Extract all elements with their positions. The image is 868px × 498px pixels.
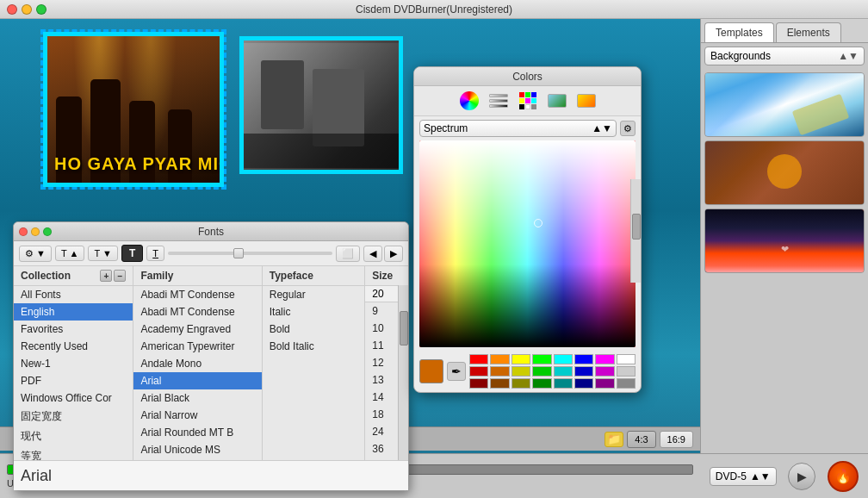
font-collection-fixed[interactable]: 固定宽度 <box>14 407 133 426</box>
colors-swatch-row: ✒ <box>419 354 636 389</box>
maximize-button[interactable] <box>36 4 46 15</box>
hex-swatch-cell[interactable] <box>469 366 488 377</box>
font-abadi1[interactable]: Abadi MT Condense <box>133 286 261 303</box>
fonts-transform-btn[interactable]: ⬜ <box>336 246 360 262</box>
fonts-slider-thumb[interactable] <box>233 248 244 258</box>
font-american[interactable]: American Typewriter <box>133 338 261 355</box>
font-collection-favorites[interactable]: Favorites <box>14 321 133 338</box>
fonts-max-button[interactable] <box>43 227 52 236</box>
aspect-4-3-btn[interactable]: 4:3 <box>627 431 655 448</box>
font-collection-all-fonts[interactable]: All Fonts <box>14 286 133 303</box>
fonts-style-btn[interactable]: T ▼ <box>88 246 117 261</box>
color-palette-icon[interactable] <box>518 91 537 110</box>
dropdown-arrow-icon: ▲▼ <box>838 50 859 62</box>
hex-swatch-cell[interactable] <box>469 378 488 389</box>
play-button[interactable]: ▶ <box>788 463 815 490</box>
font-arial-black[interactable]: Arial Black <box>133 389 261 407</box>
fonts-nav-prev[interactable]: ◀ <box>363 246 382 262</box>
fonts-underline-btn[interactable]: T <box>146 246 164 261</box>
spectrum-gear-btn[interactable]: ⚙ <box>620 121 636 136</box>
tab-templates[interactable]: Templates <box>704 22 774 42</box>
aspect-16-9-btn[interactable]: 16:9 <box>660 431 693 448</box>
hex-swatch-cell[interactable] <box>554 366 573 377</box>
font-collection-pdf[interactable]: PDF <box>14 372 133 389</box>
font-andale[interactable]: Andale Mono <box>133 355 261 372</box>
hex-swatch-cell[interactable] <box>574 366 593 377</box>
stamp-2[interactable] <box>239 36 403 174</box>
minimize-button[interactable] <box>22 4 32 15</box>
burn-button[interactable]: 🔥 <box>828 461 859 492</box>
hex-swatch-cell[interactable] <box>574 354 593 364</box>
hex-swatch-cell[interactable] <box>512 366 530 377</box>
font-collection-modern[interactable]: 现代 <box>14 426 133 446</box>
font-arial-unicode[interactable]: Arial Unicode MS <box>133 441 261 458</box>
hex-swatch-cell[interactable] <box>532 366 551 377</box>
typeface-bold[interactable]: Bold <box>263 321 364 338</box>
spectrum-select[interactable]: Spectrum ▲▼ <box>419 120 617 137</box>
dvd-dropdown[interactable]: DVD-5 ▲▼ <box>710 467 777 486</box>
colors-scroll-thumb[interactable] <box>632 214 641 240</box>
hex-swatch-cell[interactable] <box>574 378 593 389</box>
bg-thumb-2[interactable] <box>704 140 865 205</box>
font-collection-new1[interactable]: New-1 <box>14 355 133 372</box>
hex-swatch-cell[interactable] <box>595 366 614 377</box>
current-color-swatch[interactable] <box>419 359 443 383</box>
bg-thumb-3[interactable]: ❤ <box>704 209 865 273</box>
hex-swatch-cell[interactable] <box>595 354 614 364</box>
fonts-action-btn[interactable]: ⚙ ▼ <box>19 246 52 262</box>
font-arial-rounded[interactable]: Arial Rounded MT B <box>133 424 261 441</box>
font-collection-equal[interactable]: 等宽 <box>14 446 133 460</box>
fonts-min-button[interactable] <box>31 227 40 236</box>
collection-remove-btn[interactable]: − <box>114 270 126 282</box>
size-scrollbar[interactable] <box>398 285 408 460</box>
hex-swatch-cell[interactable] <box>512 354 530 364</box>
hex-swatch-cell[interactable] <box>469 354 488 364</box>
hex-swatch-cell[interactable] <box>512 378 530 389</box>
collection-add-btn[interactable]: + <box>100 270 112 282</box>
window-controls <box>7 4 46 15</box>
image-palette-icon[interactable] <box>548 91 567 110</box>
hex-swatch-cell[interactable] <box>554 378 573 389</box>
eyedropper-btn[interactable]: ✒ <box>447 362 466 381</box>
hex-swatch-cell[interactable] <box>490 366 509 377</box>
hex-swatch-cell[interactable] <box>617 366 636 377</box>
stamp-1[interactable]: HO GAYA PYAR MICKE <box>43 32 224 187</box>
fonts-bold-btn[interactable]: T <box>121 245 143 262</box>
color-sliders-icon[interactable] <box>489 91 508 110</box>
colors-scrollbar[interactable] <box>630 179 641 283</box>
colors-picker[interactable] <box>419 140 636 347</box>
font-arial-narrow[interactable]: Arial Narrow <box>133 407 261 424</box>
hex-swatch-cell[interactable] <box>554 354 573 364</box>
tab-elements[interactable]: Elements <box>776 22 841 42</box>
hex-swatch-cell[interactable] <box>617 378 636 389</box>
fonts-panel: Fonts ⚙ ▼ T ▲ T ▼ T T ⬜ ◀ ▶ Collection <box>13 221 409 491</box>
fonts-slider[interactable] <box>168 252 332 255</box>
hex-swatch-cell[interactable] <box>532 354 551 364</box>
fonts-close-button[interactable] <box>19 227 28 236</box>
font-collection-recently-used[interactable]: Recently Used <box>14 338 133 355</box>
font-collection-english[interactable]: English <box>14 303 133 321</box>
font-athelas[interactable]: Athelas <box>133 458 261 460</box>
folder-icon[interactable]: 📁 <box>604 432 623 447</box>
typeface-bold-italic[interactable]: Bold Italic <box>263 338 364 355</box>
typeface-italic[interactable]: Italic <box>263 303 364 321</box>
hex-swatch-cell[interactable] <box>490 354 509 364</box>
font-arial[interactable]: Arial <box>133 372 261 389</box>
size-scroll-thumb[interactable] <box>400 311 408 345</box>
hex-swatch-cell[interactable] <box>617 354 636 364</box>
hex-swatch-cell[interactable] <box>595 378 614 389</box>
fonts-toolbar: ⚙ ▼ T ▲ T ▼ T T ⬜ ◀ ▶ <box>14 241 408 266</box>
typeface-regular[interactable]: Regular <box>263 286 364 303</box>
fonts-text-size-btn[interactable]: T ▲ <box>55 246 84 261</box>
backgrounds-dropdown[interactable]: Backgrounds ▲▼ <box>704 47 865 65</box>
font-academy[interactable]: Academy Engraved <box>133 321 261 338</box>
fonts-nav-next[interactable]: ▶ <box>384 246 403 262</box>
hex-swatch-cell[interactable] <box>490 378 509 389</box>
bg-thumb-1[interactable] <box>704 72 865 137</box>
hex-swatch-cell[interactable] <box>532 378 551 389</box>
close-button[interactable] <box>7 4 17 15</box>
font-abadi2[interactable]: Abadi MT Condense <box>133 303 261 321</box>
font-collection-windows[interactable]: Windows Office Cor <box>14 389 133 407</box>
pencil-icon[interactable] <box>577 91 596 110</box>
color-wheel-icon[interactable] <box>460 91 479 110</box>
